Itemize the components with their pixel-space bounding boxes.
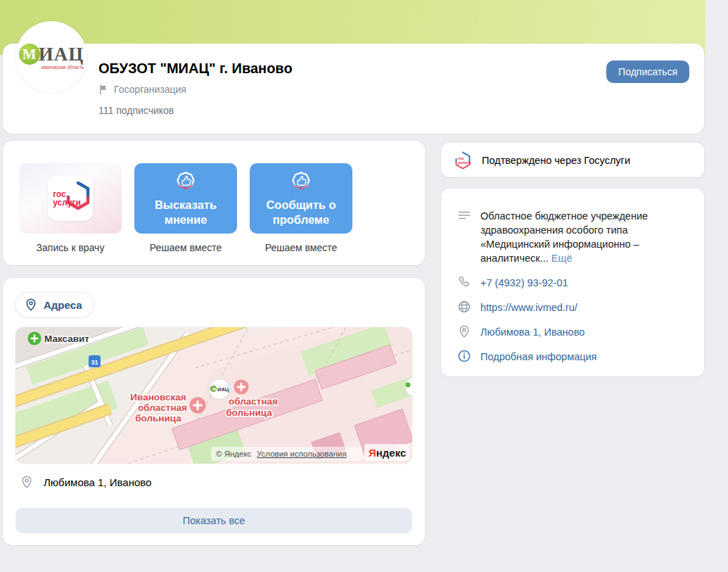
thumbs-up-badge-icon xyxy=(174,170,198,194)
verified-card: гос услуги Подтверждено через Госуслуги xyxy=(441,143,704,177)
miac-logo-m: М xyxy=(19,44,40,65)
opinion-tile[interactable]: Высказать мнение xyxy=(134,163,237,234)
svg-text:больница: больница xyxy=(226,407,272,418)
gosuslugi-tile[interactable]: гос услуги xyxy=(19,163,122,234)
website-row[interactable]: https://www.ivmed.ru/ xyxy=(457,300,690,314)
community-description: Областное бюджетное учреждение здравоохр… xyxy=(480,209,690,265)
show-all-button[interactable]: Показать все xyxy=(15,508,412,533)
svg-text:услуги: услуги xyxy=(458,160,471,164)
svg-text:областная: областная xyxy=(138,402,187,413)
show-more-link[interactable]: Ещё xyxy=(551,253,573,264)
addresses-pill-button[interactable]: Адреса xyxy=(15,293,94,317)
opinion-tile-title: Высказать мнение xyxy=(143,198,228,227)
location-pin-icon xyxy=(20,475,34,489)
addresses-card: Адреса xyxy=(3,278,425,545)
subscribe-button[interactable]: Подписаться xyxy=(606,61,689,83)
svg-text:больница: больница xyxy=(135,413,181,424)
location-pin-icon xyxy=(24,298,38,312)
org-type-row: Госорганизация xyxy=(98,84,186,95)
problem-tile-title: Сообщить о проблеме xyxy=(259,198,343,227)
hospital-label-1: Ивановская областная больница xyxy=(130,392,187,424)
phone-icon xyxy=(457,275,471,289)
followers-count[interactable]: 111 подписчиков xyxy=(98,105,174,116)
community-info-card: Областное бюджетное учреждение здравоохр… xyxy=(441,189,704,376)
miac-logo-icon: М ИАЦ ивановская область xyxy=(19,44,84,70)
miac-map-marker: М ИАЦ xyxy=(210,379,230,400)
phone-link: +7 (4932) 93-92-01 xyxy=(480,276,568,290)
globe-icon xyxy=(457,300,471,314)
hospital-label-2: областная больница xyxy=(226,396,278,418)
address-row[interactable]: Любимова 1, Иваново xyxy=(457,325,690,339)
map-terms-link: Условия использования xyxy=(257,450,347,458)
community-title: ОБУЗОТ "МИАЦ" г. Иваново xyxy=(98,61,293,77)
yandex-map[interactable]: Максавит 31 Ивановская областная больниц… xyxy=(15,327,412,464)
svg-text:М: М xyxy=(212,386,216,391)
svg-text:Ивановская: Ивановская xyxy=(130,392,186,402)
gosuslugi-logo-icon: гос услуги xyxy=(48,176,93,221)
miac-logo-subtitle: ивановская область xyxy=(41,65,84,70)
flag-icon xyxy=(98,84,109,95)
community-menu: гос услуги Запись к врачу xyxy=(19,163,352,253)
details-link: Подробная информация xyxy=(480,350,596,364)
vk-community-page: М ИАЦ ивановская область ОБУЗОТ "МИАЦ" г… xyxy=(0,0,728,572)
problem-tile[interactable]: Сообщить о проблеме xyxy=(250,163,352,234)
map-copyright: © Яндекс xyxy=(216,450,252,458)
location-pin-icon xyxy=(457,324,471,338)
info-icon xyxy=(457,349,471,363)
menu-item-problem[interactable]: Сообщить о проблеме Решаем вместе xyxy=(250,163,352,253)
gosuslugi-verified-icon: гос услуги xyxy=(453,151,473,170)
website-link: https://www.ivmed.ru/ xyxy=(480,300,577,314)
addresses-title: Адреса xyxy=(44,299,82,311)
svg-text:ИАЦ: ИАЦ xyxy=(217,386,229,393)
address-text: Любимова 1, Иваново xyxy=(44,476,151,488)
details-row[interactable]: Подробная информация xyxy=(457,350,690,364)
menu-item-opinion[interactable]: Высказать мнение Решаем вместе xyxy=(134,163,237,253)
phone-row[interactable]: +7 (4932) 93-92-01 xyxy=(457,276,690,290)
gosuslugi-text-line2: услуги xyxy=(53,198,81,207)
miac-logo-text: ИАЦ xyxy=(39,45,84,64)
description-row: Областное бюджетное учреждение здравоохр… xyxy=(457,209,690,265)
community-header-card: М ИАЦ ивановская область ОБУЗОТ "МИАЦ" г… xyxy=(3,44,704,134)
menu-item-gosuslugi[interactable]: гос услуги Запись к врачу xyxy=(19,163,122,253)
svg-text:Яндекс: Яндекс xyxy=(369,447,406,459)
map-canvas: Максавит 31 Ивановская областная больниц… xyxy=(15,327,412,464)
menu-caption: Решаем вместе xyxy=(150,242,222,253)
svg-text:областная: областная xyxy=(229,396,278,407)
address-link: Любимова 1, Иваново xyxy=(480,325,585,339)
yandex-logo: Яндекс xyxy=(364,444,409,461)
address-list-item[interactable]: Любимова 1, Иваново xyxy=(20,476,151,489)
thumbs-up-badge-icon xyxy=(289,170,313,194)
menu-caption: Запись к врачу xyxy=(37,242,105,253)
org-type-label: Госорганизация xyxy=(114,84,186,95)
description-icon xyxy=(457,208,471,222)
menu-caption: Решаем вместе xyxy=(265,242,338,253)
verified-label: Подтверждено через Госуслуги xyxy=(482,155,630,166)
community-avatar[interactable]: М ИАЦ ивановская область xyxy=(15,21,87,93)
transit-stop-icon: 31 xyxy=(89,355,101,367)
svg-text:31: 31 xyxy=(91,359,98,366)
pharmacy-label: Максавит xyxy=(44,333,89,344)
community-menu-card: гос услуги Запись к врачу xyxy=(3,141,425,265)
